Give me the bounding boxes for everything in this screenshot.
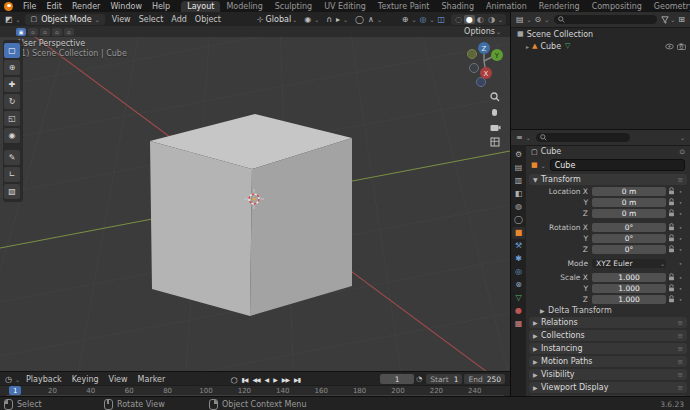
pin-id-icon[interactable]: ⊙	[679, 148, 685, 156]
delta-transform-panel[interactable]: ▶ Delta Transform	[526, 305, 690, 315]
auto-key-button[interactable]: ◯	[228, 376, 239, 383]
properties-search-input[interactable]	[536, 133, 630, 142]
properties-options-icon[interactable]: ⌄	[679, 134, 686, 141]
tool-select-box[interactable]: ▢	[4, 43, 20, 58]
snap-magnet-icon[interactable]: ∩	[324, 15, 334, 24]
prev-keyframe-button[interactable]: ◀◀	[250, 376, 262, 383]
blender-logo-icon[interactable]	[4, 2, 13, 11]
pivot-point-icon[interactable]: ◉	[302, 15, 313, 24]
hide-in-viewport-icon[interactable]	[665, 43, 674, 50]
tab-animation[interactable]: Animation	[480, 1, 533, 12]
lock-icon[interactable]	[668, 284, 675, 292]
viewport-menu-view[interactable]: View	[108, 15, 135, 24]
outliner-display-mode-icon[interactable]: ⊙	[533, 15, 544, 24]
properties-tab-physics[interactable]: ◎	[512, 266, 525, 278]
outliner-row-scene-collection[interactable]: ▦ Scene Collection	[511, 28, 690, 40]
tool-annotate[interactable]: ✎	[4, 150, 20, 165]
select-mode-intersect[interactable]: ▫	[64, 28, 74, 36]
tab-texture-paint[interactable]: Texture Paint	[372, 1, 436, 12]
panel-grip-icon[interactable]: ≡	[677, 358, 683, 366]
value-field[interactable]: 1.000	[592, 273, 666, 282]
panel-motion-paths[interactable]: ▶Motion Paths≡	[529, 356, 687, 367]
properties-tab-modifiers[interactable]: ⚒	[512, 240, 525, 252]
move-view-icon[interactable]	[488, 105, 502, 119]
jump-to-end-button[interactable]: ▶▮	[292, 376, 303, 383]
mode-selector[interactable]: ▢ Object Mode ⌄	[25, 14, 105, 25]
properties-tab-object[interactable]: ■	[512, 227, 525, 239]
play-button[interactable]: ▶	[271, 376, 280, 383]
panel-grip-icon[interactable]: ≡	[677, 371, 683, 379]
value-field[interactable]: 0 m	[592, 187, 666, 196]
gizmo-neg-y[interactable]	[470, 64, 479, 73]
shading-material-icon[interactable]: ◐	[475, 15, 486, 24]
viewport-menu-object[interactable]: Object	[191, 15, 225, 24]
tool-rotate[interactable]: ↻	[4, 94, 20, 109]
zoom-view-icon[interactable]	[488, 90, 502, 104]
toggle-xray-icon[interactable]: ◫	[435, 15, 447, 24]
lock-icon[interactable]	[668, 234, 675, 242]
tool-transform[interactable]: ◉	[4, 128, 20, 143]
toggle-perspective-icon[interactable]	[488, 135, 502, 149]
new-collection-icon[interactable]: ⊞	[676, 15, 687, 24]
properties-tab-view-layer[interactable]: ◧	[512, 188, 525, 200]
lock-icon[interactable]	[668, 209, 675, 217]
gizmo-neg-z[interactable]	[477, 78, 486, 87]
animate-decorator-icon[interactable]: •	[677, 285, 684, 292]
animate-decorator-icon[interactable]: •	[677, 246, 684, 253]
value-field[interactable]: 0°	[592, 234, 666, 243]
breadcrumb-object[interactable]: Cube	[541, 147, 562, 156]
timeline-editor-icon[interactable]: ◷	[3, 375, 14, 384]
tool-move[interactable]: ✚	[4, 77, 20, 92]
lock-icon[interactable]	[668, 245, 675, 253]
tab-layout[interactable]: Layout	[181, 1, 220, 12]
lock-icon[interactable]	[668, 223, 675, 231]
properties-tab-constraints[interactable]: ⊗	[512, 279, 525, 291]
tool-scale[interactable]: ◱	[4, 111, 20, 126]
animate-decorator-icon[interactable]: •	[677, 188, 684, 195]
transform-panel-header[interactable]: ▼ Transform ≡	[529, 174, 687, 185]
panel-visibility[interactable]: ▶Visibility≡	[529, 369, 687, 380]
outliner-editor-icon[interactable]: ▤	[514, 15, 526, 24]
outliner-search-input[interactable]	[554, 15, 657, 24]
tab-rendering[interactable]: Rendering	[533, 1, 586, 12]
properties-tab-output[interactable]: ▥	[512, 175, 525, 187]
play-reverse-button[interactable]: ◀	[262, 376, 271, 383]
animate-decorator-icon[interactable]: •	[677, 260, 684, 267]
current-frame-field[interactable]: 1	[380, 374, 414, 384]
navigation-gizmo[interactable]: Z Y X	[466, 39, 504, 89]
menu-file[interactable]: File	[18, 2, 41, 11]
show-gizmo-icon[interactable]: ⊕	[400, 15, 411, 24]
lock-icon[interactable]	[668, 273, 675, 281]
properties-tab-texture[interactable]: ▦	[512, 318, 525, 330]
proportional-editing-icon[interactable]: ◯	[353, 15, 366, 24]
tool-add-cube[interactable]: ▧	[4, 184, 20, 199]
properties-tab-particles[interactable]: ✱	[512, 253, 525, 265]
tab-geometry-nodes[interactable]: Geometry Nodes	[648, 1, 690, 12]
panel-instancing[interactable]: ▶Instancing≡	[529, 343, 687, 354]
camera-view-icon[interactable]	[488, 120, 502, 134]
tool-cursor[interactable]: ⊕	[4, 60, 20, 75]
value-field[interactable]: 0°	[592, 245, 666, 254]
editor-type-icon[interactable]: ◩	[3, 15, 15, 24]
shading-solid-icon[interactable]: ●	[464, 15, 475, 24]
animate-decorator-icon[interactable]: •	[677, 296, 684, 303]
panel-grip-icon[interactable]: ≡	[677, 332, 683, 340]
timeline-menu-keying[interactable]: Keying	[67, 375, 104, 384]
show-overlays-icon[interactable]: ◎	[417, 15, 428, 24]
properties-tab-render[interactable]: ▤	[512, 162, 525, 174]
timeline-menu-playback[interactable]: Playback	[21, 375, 67, 384]
lock-icon[interactable]	[668, 187, 675, 195]
properties-tab-world[interactable]: ◯	[512, 214, 525, 226]
menu-edit[interactable]: Edit	[41, 2, 67, 11]
value-field[interactable]: 0°	[592, 223, 666, 232]
value-field[interactable]: 1.000	[592, 284, 666, 293]
shading-wireframe-icon[interactable]: ◌	[453, 15, 464, 24]
tab-shading[interactable]: Shading	[435, 1, 480, 12]
properties-tab-tool[interactable]: ⚙	[512, 149, 525, 161]
filter-icon[interactable]	[661, 16, 669, 24]
expand-icon[interactable]: ▸	[525, 43, 530, 50]
panel-viewport-display[interactable]: ▶Viewport Display≡	[529, 382, 687, 393]
properties-editor-icon[interactable]: ≡	[514, 133, 525, 142]
animate-decorator-icon[interactable]: •	[677, 210, 684, 217]
select-mode-extend[interactable]: ▫	[28, 28, 38, 36]
